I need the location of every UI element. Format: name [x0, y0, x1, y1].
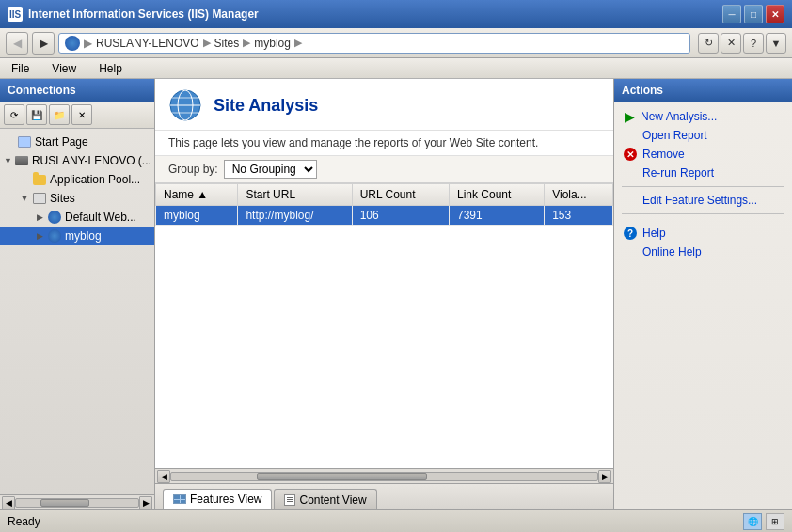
col-link-count[interactable]: Link Count [449, 184, 544, 206]
tab-features-label: Features View [190, 493, 261, 506]
sidebar-tool-btn-3[interactable]: 📁 [49, 104, 70, 125]
cell-violations: 153 [545, 206, 613, 226]
address-path-root: ▶ [84, 37, 92, 50]
action-divider [622, 186, 784, 187]
refresh-button[interactable]: ↻ [698, 33, 719, 54]
sidebar-item-label: Default Web... [65, 211, 136, 224]
content-scrollbar[interactable]: ◀ ▶ [155, 468, 613, 483]
address-sep-3: ▶ [294, 37, 302, 49]
sidebar-item-label: myblog [65, 229, 102, 243]
app-icon: IIS [8, 7, 23, 22]
sidebar-item-sites[interactable]: ▼ Sites [0, 189, 154, 208]
globe-icon [47, 228, 62, 243]
action-help[interactable]: ? Help [614, 224, 792, 243]
help-button[interactable]: ? [743, 33, 764, 54]
col-url-count[interactable]: URL Count [352, 184, 449, 206]
computer-icon [14, 153, 29, 168]
menu-file[interactable]: File [8, 60, 33, 77]
help-icon: ? [624, 227, 637, 240]
toolbar: ◀ ▶ ▶ RUSLANY-LENOVO ▶ Sites ▶ myblog ▶ … [0, 28, 792, 58]
table-header-row: Name ▲ Start URL URL Count Link Count Vi… [156, 184, 613, 206]
sidebar-scrollbar[interactable]: ◀ ▶ [0, 494, 154, 509]
menubar: File View Help [0, 58, 792, 79]
action-label: Edit Feature Settings... [642, 194, 757, 207]
close-button[interactable]: ✕ [766, 5, 784, 23]
group-by-bar: Group by: No Grouping [155, 156, 613, 183]
expand-icon: ▶ [34, 230, 45, 242]
col-name[interactable]: Name ▲ [156, 184, 238, 206]
sidebar-item-label: Sites [50, 192, 75, 205]
sidebar-tree: Start Page ▼ RUSLANY-LENOVO (... Applica… [0, 129, 154, 494]
sidebar-item-start-page[interactable]: Start Page [0, 133, 154, 151]
analysis-table: Name ▲ Start URL URL Count Link Count Vi… [155, 183, 613, 226]
scroll-left-btn[interactable]: ◀ [2, 496, 15, 509]
sites-icon [32, 191, 47, 206]
address-sep-1: ▶ [203, 37, 211, 49]
action-rerun-report[interactable]: Re-run Report [614, 164, 792, 182]
sidebar-item-server[interactable]: ▼ RUSLANY-LENOVO (... [0, 151, 154, 170]
sidebar-tool-btn-1[interactable]: ⟳ [4, 104, 24, 125]
action-label: Help [642, 227, 666, 240]
action-remove[interactable]: ✕ Remove [614, 145, 792, 164]
sidebar-item-default-web[interactable]: ▶ Default Web... [0, 208, 154, 227]
sidebar-tool-btn-4[interactable]: ✕ [71, 104, 92, 125]
action-divider-2 [622, 213, 784, 214]
start-page-icon [17, 134, 32, 149]
forward-button[interactable]: ▶ [32, 32, 55, 55]
sidebar-item-label: RUSLANY-LENOVO (... [32, 154, 151, 167]
address-part-1: RUSLANY-LENOVO [96, 37, 199, 50]
tab-content-view[interactable]: Content View [274, 489, 376, 509]
minimize-button[interactable]: ─ [722, 5, 741, 23]
sidebar-tool-btn-2[interactable]: 💾 [26, 104, 47, 125]
status-icon-1: 🌐 [743, 513, 762, 530]
scroll-left-btn[interactable]: ◀ [157, 470, 170, 483]
group-by-select[interactable]: No Grouping [224, 160, 317, 179]
scrollbar-thumb[interactable] [40, 499, 89, 507]
menu-help[interactable]: Help [95, 60, 126, 77]
sidebar-item-apppool[interactable]: Application Pool... [0, 170, 154, 189]
expand-icon: ▶ [34, 211, 45, 223]
cell-start-url: http://myblog/ [238, 206, 352, 226]
sidebar-item-label: Start Page [35, 135, 88, 149]
back-button[interactable]: ◀ [6, 32, 28, 55]
expand-icon: ▼ [19, 193, 30, 204]
content-title: Site Analysis [214, 96, 318, 116]
table-row[interactable]: myblog http://myblog/ 106 7391 153 [156, 206, 613, 226]
sidebar-item-label: Application Pool... [50, 173, 140, 186]
action-edit-feature-settings[interactable]: Edit Feature Settings... [614, 191, 792, 210]
red-x-icon: ✕ [624, 148, 637, 161]
folder-icon [32, 172, 47, 187]
sidebar-item-myblog[interactable]: ▶ myblog [0, 227, 154, 245]
col-violations[interactable]: Viola... [545, 184, 613, 206]
address-globe-icon [65, 36, 80, 51]
address-bar[interactable]: ▶ RUSLANY-LENOVO ▶ Sites ▶ myblog ▶ [58, 33, 690, 54]
window-title: Internet Information Services (IIS) Mana… [28, 8, 259, 21]
address-sep-2: ▶ [243, 37, 250, 49]
action-online-help[interactable]: Online Help [614, 243, 792, 261]
scrollbar-track[interactable] [15, 498, 139, 508]
content-view-icon [284, 494, 295, 506]
scroll-right-btn[interactable]: ▶ [139, 496, 152, 509]
expand-icon: ▼ [4, 155, 12, 166]
action-label: Online Help [642, 245, 702, 258]
menu-view[interactable]: View [48, 60, 80, 77]
sidebar: Connections ⟳ 💾 📁 ✕ Start Page ▼ [0, 79, 155, 509]
cell-url-count: 106 [352, 206, 449, 226]
sidebar-toolbar: ⟳ 💾 📁 ✕ [0, 102, 154, 129]
scrollbar-track[interactable] [170, 472, 598, 481]
status-text: Ready [8, 515, 40, 528]
action-new-analysis[interactable]: ▶ New Analysis... [614, 107, 792, 126]
address-part-3: myblog [254, 37, 291, 50]
stop-button[interactable]: ✕ [721, 33, 741, 54]
col-start-url[interactable]: Start URL [238, 184, 352, 206]
status-icon-2: ⊞ [766, 513, 784, 530]
tab-features-view[interactable]: Features View [163, 489, 272, 509]
scrollbar-thumb[interactable] [257, 473, 427, 480]
maximize-button[interactable]: □ [744, 5, 763, 23]
green-arrow-icon: ▶ [624, 111, 635, 122]
dropdown-button[interactable]: ▼ [766, 33, 786, 54]
action-open-report[interactable]: Open Report [614, 126, 792, 145]
scroll-right-btn[interactable]: ▶ [598, 470, 611, 483]
content-header: Site Analysis [155, 79, 613, 131]
table-container: Name ▲ Start URL URL Count Link Count Vi… [155, 183, 613, 468]
